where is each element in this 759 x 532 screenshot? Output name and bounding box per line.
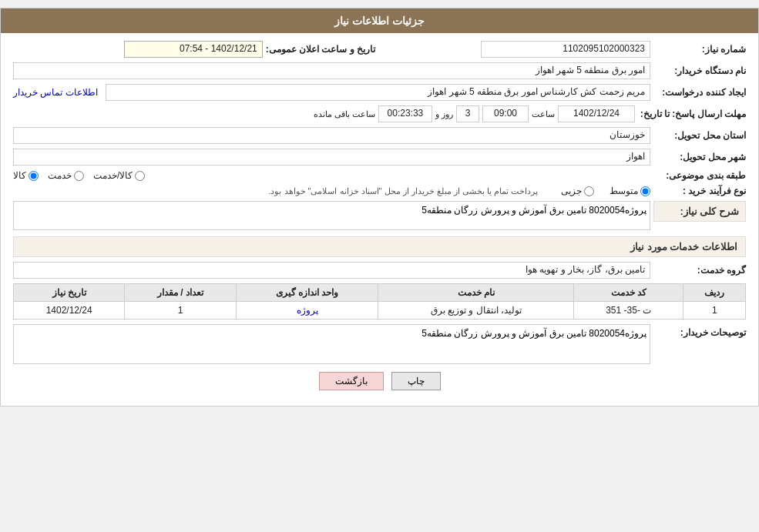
ijadKonande-label: ایجاد کننده درخواست: <box>653 87 746 98</box>
tabaqe-radio-group: کالا/خدمت خدمت کالا <box>13 170 650 181</box>
ijadKonande-link[interactable]: اطلاعات تماس خریدار <box>13 87 98 98</box>
col-nam: نام خدمت <box>378 284 574 302</box>
radio-kala-label: کالا <box>13 170 26 181</box>
tabaqe-row: طبقه بندی موضوعی: کالا/خدمت خدمت کالا <box>13 170 746 181</box>
radio-kala-input[interactable] <box>29 171 39 181</box>
shomareNiaz-row: شماره نیاز: 1102095102000323 تاریخ و ساع… <box>13 41 746 58</box>
mohlat-label: مهلت ارسال پاسخ: تا تاریخ: <box>638 109 746 119</box>
mohlat-date: 1402/12/24 <box>558 105 635 122</box>
col-tedad: تعداد / مقدار <box>125 284 236 302</box>
shahr-label: شهر محل تحویل: <box>653 152 746 162</box>
btn-row: چاپ بازگشت <box>13 372 746 390</box>
farayand-label: نوع فرآیند خرید : <box>653 186 746 196</box>
service-table: ردیف کد خدمت نام خدمت واحد اندازه گیری ت… <box>13 283 746 320</box>
radio-kala[interactable]: کالا <box>13 170 39 181</box>
back-button[interactable]: بازگشت <box>319 372 384 390</box>
page-title: جزئیات اطلاعات نیاز <box>334 15 425 27</box>
radio-jozi-input[interactable] <box>584 186 594 196</box>
col-radif: ردیف <box>683 284 746 302</box>
farayand-note: پرداخت تمام یا بخشی از مبلغ خریدار از مح… <box>268 186 538 196</box>
radio-kala-khadmat[interactable]: کالا/خدمت <box>93 170 145 181</box>
tosih-label: توصیحات خریدار: <box>653 324 746 338</box>
farayand-row: نوع فرآیند خرید : متوسط جزیی پرداخت تمام… <box>13 186 746 196</box>
ostan-row: استان محل تحویل: خوزستان <box>13 127 746 144</box>
radio-jozi-label: جزیی <box>561 186 582 196</box>
mohlat-row: مهلت ارسال پاسخ: تا تاریخ: 1402/12/24 سا… <box>13 105 746 122</box>
radio-khadmat-input[interactable] <box>74 171 84 181</box>
namDastgah-row: نام دستگاه خریدار: امور برق منطقه 5 شهر … <box>13 62 746 79</box>
shomareNiaz-label: شماره نیاز: <box>653 44 746 55</box>
shahr-value: اهواز <box>13 149 650 166</box>
grouh-label: گروه خدمت: <box>653 265 746 276</box>
mohlat-roz: 3 <box>456 105 479 122</box>
radio-motavaset-label: متوسط <box>610 186 638 196</box>
tabaqe-label: طبقه بندی موضوعی: <box>653 170 746 181</box>
tarikh-value: 1402/12/21 - 07:54 <box>124 41 263 58</box>
shomareNiaz-value: 1102095102000323 <box>481 41 650 58</box>
namDastgah-value: امور برق منطقه 5 شهر اهواز <box>13 62 650 79</box>
grouh-value: تامین برق، گاز، بخار و تهویه هوا <box>13 262 650 279</box>
page-container: جزئیات اطلاعات نیاز شماره نیاز: 11020951… <box>0 8 759 407</box>
shahr-row: شهر محل تحویل: اهواز <box>13 149 746 166</box>
radio-kala-khadmat-input[interactable] <box>135 171 145 181</box>
namDastgah-label: نام دستگاه خریدار: <box>653 65 746 76</box>
table-header-row: ردیف کد خدمت نام خدمت واحد اندازه گیری ت… <box>14 284 746 302</box>
page-header: جزئیات اطلاعات نیاز <box>1 8 758 33</box>
col-tarikh: تاریخ نیاز <box>14 284 125 302</box>
sharhKoli-row: شرح کلی نیاز: پروژه8020054 تامین برق آمو… <box>13 201 746 230</box>
radio-khadmat-label: خدمت <box>48 170 72 181</box>
radio-khadmat[interactable]: خدمت <box>48 170 84 181</box>
tosih-textarea[interactable]: پروژه8020054 تامین برق آموزش و پرورش زرگ… <box>13 324 650 364</box>
print-button[interactable]: چاپ <box>391 372 441 390</box>
tarikh-label: تاریخ و ساعت اعلان عمومی: <box>266 44 375 55</box>
tosih-row: توصیحات خریدار: پروژه8020054 تامین برق آ… <box>13 324 746 364</box>
col-kod: کد خدمت <box>573 284 683 302</box>
sharhKoli-textarea[interactable]: پروژه8020054 تامین برق آموزش و پرورش زرگ… <box>13 201 650 230</box>
table-row: 1ت -35- 351تولید، انتقال و توزیع برقپروژ… <box>14 302 746 320</box>
mohlat-saat: 09:00 <box>482 105 529 122</box>
serviceInfo-header: اطلاعات خدمات مورد نیاز <box>13 236 746 257</box>
radio-jozi[interactable]: جزیی <box>561 186 594 196</box>
grouh-row: گروه خدمت: تامین برق، گاز، بخار و تهویه … <box>13 262 746 279</box>
col-vahed: واحد اندازه گیری <box>236 284 378 302</box>
saat-label: ساعت <box>532 109 555 119</box>
main-content: شماره نیاز: 1102095102000323 تاریخ و ساع… <box>1 33 758 406</box>
roz-label: روز و <box>435 109 453 119</box>
ostan-value: خوزستان <box>13 127 650 144</box>
radio-kala-khadmat-label: کالا/خدمت <box>93 170 133 181</box>
mohlat-baqi: 00:23:33 <box>378 105 432 122</box>
ostan-label: استان محل تحویل: <box>653 130 746 141</box>
baqi-label: ساعت باقی مانده <box>314 109 375 119</box>
ijadKonande-row: ایجاد کننده درخواست: مریم زحمت کش کارشنا… <box>13 84 746 101</box>
radio-motavaset-input[interactable] <box>640 186 650 196</box>
farayand-radio-group: متوسط جزیی پرداخت تمام یا بخشی از مبلغ خ… <box>13 186 650 196</box>
radio-motavaset[interactable]: متوسط <box>610 186 650 196</box>
sharhKoli-label: شرح کلی نیاز: <box>653 201 746 222</box>
ijadKonande-value: مریم زحمت کش کارشناس امور برق منطقه 5 شه… <box>106 84 650 101</box>
